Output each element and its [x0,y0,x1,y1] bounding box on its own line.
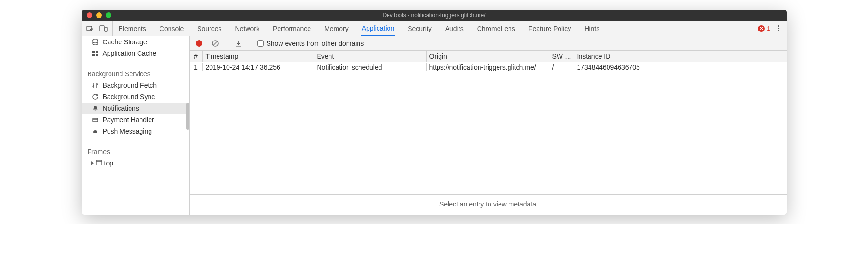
col-header-instance[interactable]: Instance ID [574,51,787,62]
sidebar-item-background-sync[interactable]: Background Sync [82,91,189,103]
panel-tab-memory[interactable]: Memory [323,21,349,36]
sidebar-section-bg-services: Background Services [82,65,189,80]
toggle-device-icon[interactable] [99,24,108,33]
window-controls [82,12,111,18]
show-other-domains-label: Show events from other domains [267,40,364,47]
events-toolbar: Show events from other domains [190,36,787,51]
cell-origin: https://notification-triggers.glitch.me/ [427,63,549,71]
window-title: DevTools - notification-triggers.glitch.… [382,12,485,19]
panel-tab-application[interactable]: Application [361,21,396,36]
panel-tab-network[interactable]: Network [234,21,260,36]
table-row[interactable]: 12019-10-24 14:17:36.256Notification sch… [190,62,787,72]
sidebar-item-label: Payment Handler [103,116,154,124]
sidebar-section-frames: Frames [82,143,189,157]
svg-rect-6 [92,54,95,56]
panel-tab-security[interactable]: Security [407,21,433,36]
sidebar-item-push-messaging[interactable]: Push Messaging [82,125,189,137]
save-button[interactable] [234,39,243,48]
table-body: 12019-10-24 14:17:36.256Notification sch… [190,62,787,194]
toolbar-separator [250,39,250,48]
close-window-button[interactable] [87,12,92,18]
error-count-badge[interactable]: ✕ 1 [758,25,770,32]
svg-line-13 [213,41,217,45]
col-header-event[interactable]: Event [314,51,427,62]
background-fetch-icon [91,82,99,89]
cell-num: 1 [190,63,203,71]
panels-tabbar: ElementsConsoleSourcesNetworkPerformance… [82,21,787,36]
svg-point-3 [93,39,98,41]
panel-tab-console[interactable]: Console [159,21,185,36]
svg-rect-2 [105,27,107,31]
panel-tab-elements[interactable]: Elements [118,21,147,36]
sidebar-item-label: Background Fetch [103,82,157,89]
svg-rect-5 [96,51,98,53]
inspect-controls [86,21,113,36]
sidebar-item-background-fetch[interactable]: Background Fetch [82,80,189,91]
cloud-icon [91,127,99,135]
clear-button[interactable] [210,39,220,48]
sidebar-item-cache-storage[interactable]: Cache Storage [82,36,189,48]
card-icon [91,116,99,124]
bell-icon [91,104,99,112]
panel-tab-audits[interactable]: Audits [444,21,465,36]
svg-rect-4 [92,51,95,53]
sidebar-item-label: top [104,159,113,167]
scrollbar-thumb[interactable] [186,103,189,130]
titlebar: DevTools - notification-triggers.glitch.… [82,10,787,21]
cell-sw: / [549,63,574,71]
panel-tab-performance[interactable]: Performance [272,21,312,36]
events-table: # Timestamp Event Origin SW … Instance I… [190,51,787,194]
svg-rect-10 [96,160,102,165]
col-header-num[interactable]: # [190,51,203,62]
sidebar-item-label: Application Cache [103,50,157,57]
record-button[interactable] [194,39,204,48]
svg-rect-14 [236,46,241,47]
col-header-origin[interactable]: Origin [427,51,549,62]
record-dot-icon [196,40,202,47]
application-sidebar: Cache Storage Application Cache Backgrou… [82,36,190,215]
cell-timestamp: 2019-10-24 14:17:36.256 [203,63,314,71]
error-icon: ✕ [758,25,765,32]
show-other-domains-checkbox[interactable] [257,40,264,47]
metadata-hint: Select an entry to view metadata [190,194,787,215]
content-pane: Show events from other domains # Timesta… [190,36,787,215]
more-menu-button[interactable] [775,25,783,31]
divider [82,62,189,62]
divider [82,140,189,140]
col-header-sw[interactable]: SW … [549,51,574,62]
panel-tab-chromelens[interactable]: ChromeLens [476,21,516,36]
sidebar-item-label: Push Messaging [103,127,152,135]
sidebar-item-application-cache[interactable]: Application Cache [82,48,189,59]
sidebar-item-label: Notifications [103,104,139,112]
frame-icon [96,160,102,166]
database-icon [91,38,99,46]
grid-icon [91,50,99,57]
svg-rect-1 [100,26,104,31]
panel-tab-hints[interactable]: Hints [583,21,600,36]
cell-event: Notification scheduled [314,63,427,71]
sidebar-item-label: Background Sync [103,93,155,101]
maximize-window-button[interactable] [106,12,111,18]
sidebar-item-label: Cache Storage [103,38,147,46]
disclosure-triangle-icon [91,161,94,165]
minimize-window-button[interactable] [96,12,102,18]
main-area: Cache Storage Application Cache Backgrou… [82,36,787,215]
panel-tab-feature-policy[interactable]: Feature Policy [528,21,572,36]
toolbar-separator [227,39,227,48]
col-header-timestamp[interactable]: Timestamp [203,51,314,62]
panel-tab-sources[interactable]: Sources [196,21,222,36]
error-count: 1 [767,25,770,32]
devtools-window: DevTools - notification-triggers.glitch.… [82,10,787,215]
panel-tabs: ElementsConsoleSourcesNetworkPerformance… [118,21,601,36]
sync-icon [91,93,99,101]
table-header: # Timestamp Event Origin SW … Instance I… [190,51,787,62]
show-other-domains-check[interactable]: Show events from other domains [257,40,364,47]
select-element-icon[interactable] [86,24,94,33]
sidebar-item-notifications[interactable]: Notifications [82,103,189,114]
svg-rect-7 [96,54,98,56]
cell-instance: 17348446094636705 [574,63,787,71]
sidebar-item-payment-handler[interactable]: Payment Handler [82,114,189,125]
sidebar-item-frames-top[interactable]: top [82,157,189,169]
